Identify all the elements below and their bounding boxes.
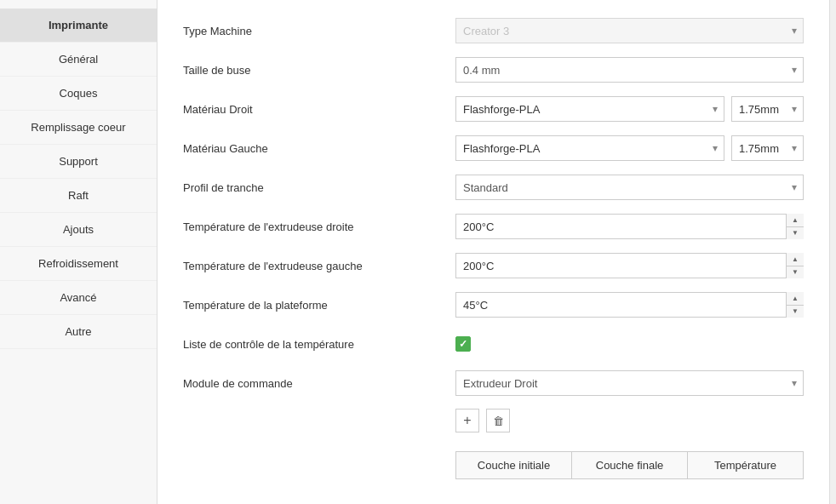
- liste-controle-row: Liste de contrôle de la température: [183, 330, 804, 358]
- materiau-gauche-type-select[interactable]: Flashforge-PLA: [455, 135, 724, 161]
- profil-tranche-control: Standard: [455, 175, 804, 200]
- materiau-gauche-label: Matériau Gauche: [183, 142, 455, 155]
- sidebar-item-ajouts[interactable]: Ajouts: [0, 213, 157, 247]
- module-commande-control: Extrudeur Droit: [455, 370, 804, 396]
- temp-gauche-arrows: ▲ ▼: [786, 253, 804, 278]
- materiau-gauche-selects: Flashforge-PLA 1.75mm: [455, 135, 804, 161]
- table-controls: + 🗑: [455, 409, 510, 432]
- trash-icon: 🗑: [493, 415, 504, 427]
- materiau-droit-label: Matériau Droit: [183, 103, 455, 116]
- sidebar-item-refroidissement[interactable]: Refroidissement: [0, 247, 157, 281]
- table-header: Couche initiale Couche finale Températur…: [455, 451, 804, 479]
- materiau-droit-control: Flashforge-PLA 1.75mm: [455, 96, 804, 122]
- table-header-control: Couche initiale Couche finale Températur…: [455, 451, 804, 479]
- temp-plateforme-input[interactable]: 45°C: [455, 292, 804, 318]
- main-content: Type Machine Creator 3 Taille de buse 0.…: [157, 0, 829, 504]
- table-header-spacer: [183, 451, 455, 479]
- type-machine-control: Creator 3: [455, 18, 804, 43]
- profil-tranche-select-wrapper: Standard: [455, 175, 804, 200]
- temp-droite-row: Température de l'extrudeuse droite 200°C…: [183, 213, 804, 240]
- type-machine-select[interactable]: Creator 3: [455, 18, 804, 43]
- temp-plateforme-down-arrow[interactable]: ▼: [787, 306, 804, 318]
- materiau-droit-size-select[interactable]: 1.75mm: [731, 96, 804, 122]
- sidebar: Imprimante Général Coques Remplissage co…: [0, 0, 157, 504]
- temp-droite-spinner-wrapper: 200°C ▲ ▼: [455, 214, 804, 239]
- table-header-row: Couche initiale Couche finale Températur…: [183, 451, 804, 479]
- type-machine-row: Type Machine Creator 3: [183, 17, 804, 44]
- profil-tranche-label: Profil de tranche: [183, 181, 455, 194]
- table-controls-control: + 🗑: [455, 409, 804, 439]
- temp-droite-down-arrow[interactable]: ▼: [787, 227, 804, 240]
- temp-gauche-down-arrow[interactable]: ▼: [787, 266, 804, 279]
- liste-controle-label: Liste de contrôle de la température: [183, 338, 455, 351]
- module-commande-row: Module de commande Extrudeur Droit: [183, 369, 804, 397]
- temp-gauche-input[interactable]: 200°C: [455, 253, 804, 278]
- temp-gauche-row: Température de l'extrudeuse gauche 200°C…: [183, 252, 804, 279]
- table-col-couche-initiale: Couche initiale: [456, 452, 572, 478]
- temp-plateforme-control: 45°C ▲ ▼: [455, 292, 804, 318]
- sidebar-item-general[interactable]: Général: [0, 43, 157, 77]
- type-machine-label: Type Machine: [183, 25, 455, 37]
- sidebar-item-remplissage[interactable]: Remplissage coeur: [0, 111, 157, 145]
- materiau-gauche-control: Flashforge-PLA 1.75mm: [455, 135, 804, 161]
- materiau-droit-type-wrapper: Flashforge-PLA: [455, 96, 724, 122]
- taille-buse-control: 0.4 mm: [455, 57, 804, 83]
- materiau-gauche-size-select[interactable]: 1.75mm: [731, 135, 804, 161]
- sidebar-item-imprimante[interactable]: Imprimante: [0, 9, 157, 43]
- table-col-couche-finale: Couche finale: [572, 452, 688, 478]
- materiau-droit-size-wrapper: 1.75mm: [731, 96, 804, 122]
- sidebar-item-autre[interactable]: Autre: [0, 315, 157, 349]
- temp-droite-up-arrow[interactable]: ▲: [787, 214, 804, 227]
- temp-gauche-control: 200°C ▲ ▼: [455, 253, 804, 278]
- materiau-droit-selects: Flashforge-PLA 1.75mm: [455, 96, 804, 122]
- sidebar-item-avance[interactable]: Avancé: [0, 281, 157, 315]
- delete-row-button[interactable]: 🗑: [486, 409, 510, 432]
- temp-plateforme-arrows: ▲ ▼: [786, 292, 804, 318]
- temp-gauche-up-arrow[interactable]: ▲: [787, 253, 804, 266]
- temp-plateforme-up-arrow[interactable]: ▲: [787, 292, 804, 306]
- module-commande-select[interactable]: Extrudeur Droit: [455, 370, 804, 396]
- temp-plateforme-label: Température de la plateforme: [183, 299, 455, 312]
- profil-tranche-select[interactable]: Standard: [455, 175, 804, 200]
- materiau-droit-type-select[interactable]: Flashforge-PLA: [455, 96, 724, 122]
- add-row-button[interactable]: +: [455, 409, 479, 432]
- temp-droite-input[interactable]: 200°C: [455, 214, 804, 239]
- sidebar-item-raft[interactable]: Raft: [0, 179, 157, 213]
- taille-buse-label: Taille de buse: [183, 64, 455, 77]
- temp-droite-control: 200°C ▲ ▼: [455, 214, 804, 239]
- materiau-gauche-type-wrapper: Flashforge-PLA: [455, 135, 724, 161]
- liste-controle-checkbox[interactable]: [455, 336, 471, 352]
- liste-controle-control: [455, 336, 804, 352]
- type-machine-select-wrapper: Creator 3: [455, 18, 804, 43]
- module-commande-label: Module de commande: [183, 377, 455, 390]
- module-commande-select-wrapper: Extrudeur Droit: [455, 370, 804, 396]
- table-col-temperature: Température: [688, 452, 803, 478]
- temp-droite-label: Température de l'extrudeuse droite: [183, 220, 455, 233]
- temp-gauche-label: Température de l'extrudeuse gauche: [183, 260, 455, 272]
- temp-plateforme-spinner-wrapper: 45°C ▲ ▼: [455, 292, 804, 318]
- temp-plateforme-row: Température de la plateforme 45°C ▲ ▼: [183, 291, 804, 318]
- temp-droite-arrows: ▲ ▼: [786, 214, 804, 239]
- scrollbar[interactable]: [829, 0, 836, 504]
- table-controls-row: + 🗑: [183, 409, 804, 439]
- sidebar-item-support[interactable]: Support: [0, 145, 157, 179]
- sidebar-item-coques[interactable]: Coques: [0, 77, 157, 111]
- liste-controle-checkbox-container: [455, 336, 471, 352]
- materiau-droit-row: Matériau Droit Flashforge-PLA 1.75mm: [183, 95, 804, 123]
- materiau-gauche-size-wrapper: 1.75mm: [731, 135, 804, 161]
- profil-tranche-row: Profil de tranche Standard: [183, 174, 804, 201]
- temp-gauche-spinner-wrapper: 200°C ▲ ▼: [455, 253, 804, 278]
- taille-buse-row: Taille de buse 0.4 mm: [183, 56, 804, 83]
- taille-buse-select-wrapper: 0.4 mm: [455, 57, 804, 83]
- materiau-gauche-row: Matériau Gauche Flashforge-PLA 1.75mm: [183, 135, 804, 162]
- taille-buse-select[interactable]: 0.4 mm: [455, 57, 804, 83]
